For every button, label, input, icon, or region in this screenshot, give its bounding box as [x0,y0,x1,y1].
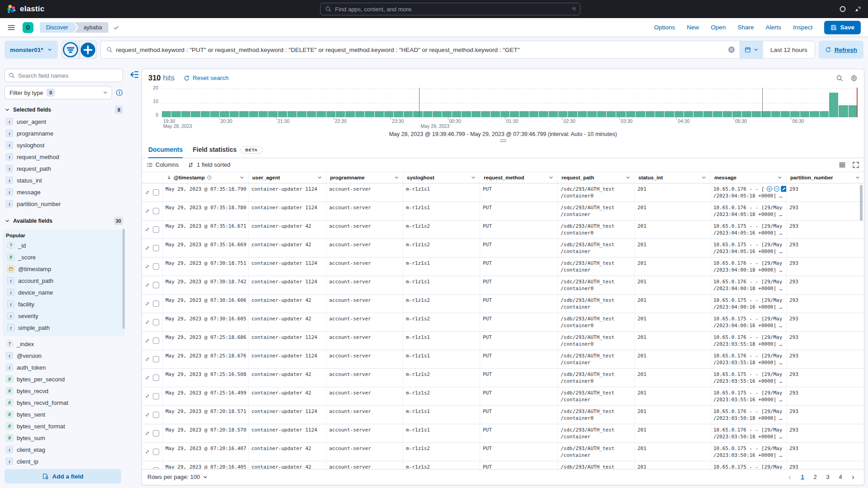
sort-fields-button[interactable]: 1 field sorted [188,161,230,168]
row-checkbox[interactable] [153,300,159,307]
field-item-client_ip[interactable]: tclient_ip [5,455,123,467]
column-header-status_int[interactable]: status_int [635,172,711,183]
column-menu-chevron-icon[interactable] [471,175,476,180]
column-header-programname[interactable]: programname [326,172,403,183]
column-menu-chevron-icon[interactable] [701,175,707,180]
page-1[interactable]: 1 [797,472,808,483]
column-header-request_method[interactable]: request_method [480,172,558,183]
field-item-severity[interactable]: tseverity [6,310,123,322]
clear-query-icon[interactable] [728,46,735,53]
field-item-_index[interactable]: ?_index [5,338,123,350]
chart-options-gear-icon[interactable] [850,75,858,82]
expand-row-icon[interactable] [145,357,150,362]
filter-out-value-icon[interactable] [774,186,780,192]
field-item-request_method[interactable]: trequest_method [5,151,123,163]
display-options-icon[interactable] [839,161,846,169]
row-checkbox[interactable] [153,208,159,214]
sidebar-scrollbar[interactable] [123,229,125,329]
column-menu-chevron-icon[interactable] [855,175,860,180]
field-item-auth_token[interactable]: tauth_token [5,361,123,373]
field-item-_id[interactable]: ?_id [6,239,123,251]
row-checkbox[interactable] [153,467,159,469]
date-picker-calendar-button[interactable] [740,41,763,58]
alerts-link[interactable]: Alerts [765,24,781,31]
histogram-chart[interactable]: 20 10 0 19:3020:3021:3022:3023:3000:3001… [142,87,864,143]
options-link[interactable]: Options [654,24,675,31]
row-checkbox[interactable] [153,245,159,251]
expand-row-icon[interactable] [145,282,150,288]
field-item-status_int[interactable]: tstatus_int [5,174,123,186]
expand-row-icon[interactable] [145,264,150,269]
previous-page-icon[interactable]: ‹ [784,472,795,483]
global-search[interactable]: ^/ [320,3,580,15]
filter-for-value-icon[interactable] [766,186,773,192]
field-item-@timestamp[interactable]: @timestamp [6,263,123,275]
expand-row-icon[interactable] [145,449,150,455]
field-item-bytes_sent_format[interactable]: #bytes_sent_format [5,420,123,432]
field-item-programname[interactable]: tprogramname [5,127,123,139]
expand-row-icon[interactable] [145,431,150,436]
chart-resize-handle[interactable] [500,140,506,142]
global-search-input[interactable] [335,6,568,13]
rows-per-page-button[interactable]: Rows per page: 100 [147,474,208,480]
column-header-user_agent[interactable]: user_agent [249,172,326,183]
histogram-plot-area[interactable] [162,89,858,117]
field-search[interactable] [5,69,123,82]
expand-row-icon[interactable] [145,319,150,325]
open-link[interactable]: Open [711,24,726,31]
field-item-bytes_sum[interactable]: #bytes_sum [5,432,123,444]
field-item-partition_number[interactable]: tpartition_number [5,198,123,210]
expand-row-icon[interactable] [145,468,150,469]
row-checkbox[interactable] [153,263,159,270]
expand-row-icon[interactable] [145,245,150,251]
row-checkbox[interactable] [153,356,159,362]
columns-button[interactable]: Columns [146,161,179,168]
share-link[interactable]: Share [737,24,754,31]
inspect-magnifier-icon[interactable] [836,75,843,82]
available-fields-header[interactable]: Available fields 30 [5,215,123,227]
breadcrumb-saved-search[interactable]: aybaba [75,22,108,33]
page-2[interactable]: 2 [810,472,821,483]
expand-row-icon[interactable] [145,301,150,306]
field-item-user_agent[interactable]: tuser_agent [5,116,123,127]
expand-row-icon[interactable] [145,338,150,343]
field-item-request_path[interactable]: trequest_path [5,163,123,174]
row-checkbox[interactable] [153,226,159,233]
selected-fields-header[interactable]: Selected fields 8 [5,104,123,116]
menu-hamburger-icon[interactable] [7,23,15,32]
new-link[interactable]: New [687,24,699,31]
add-filter-icon[interactable] [79,41,96,58]
row-checkbox[interactable] [153,282,159,288]
reset-search-link[interactable]: Reset search [184,75,229,81]
column-menu-chevron-icon[interactable] [394,175,399,180]
field-item-bytes_recvd[interactable]: #bytes_recvd [5,385,123,397]
expand-row-icon[interactable] [145,227,150,232]
column-header-sysloghost[interactable]: sysloghost [403,172,480,183]
filter-by-type-select[interactable]: Filter by type 0 [5,86,112,99]
saved-query-menu-icon[interactable] [62,41,79,58]
row-checkbox[interactable] [153,449,159,455]
expand-row-icon[interactable] [145,208,150,214]
page-3[interactable]: 3 [822,472,833,483]
row-checkbox[interactable] [153,430,159,436]
field-item-device_name[interactable]: tdevice_name [6,286,123,298]
row-checkbox[interactable] [153,338,159,344]
column-menu-chevron-icon[interactable] [548,175,554,180]
guided-setup-ring-icon[interactable] [839,5,846,13]
expand-row-icon[interactable] [145,375,150,380]
fullscreen-icon[interactable] [852,161,859,169]
field-search-input[interactable] [18,72,119,79]
time-range-button[interactable]: Last 12 hours [763,41,815,58]
field-item-account_path[interactable]: taccount_path [6,275,123,286]
expand-row-icon[interactable] [145,190,150,195]
elastic-logo[interactable]: elastic [6,4,44,14]
column-header-@timestamp[interactable]: @timestamp [163,172,249,183]
query-input[interactable] [116,47,723,53]
field-item-bytes_recvd_format[interactable]: #bytes_recvd_format [5,397,123,408]
breadcrumb-discover[interactable]: Discover [40,22,77,33]
row-checkbox[interactable] [153,319,159,325]
field-item-simple_path[interactable]: tsimple_path [6,322,123,333]
save-button[interactable]: Save [824,21,861,34]
column-menu-chevron-icon[interactable] [317,175,322,180]
field-item-facility[interactable]: tfacility [6,298,123,310]
